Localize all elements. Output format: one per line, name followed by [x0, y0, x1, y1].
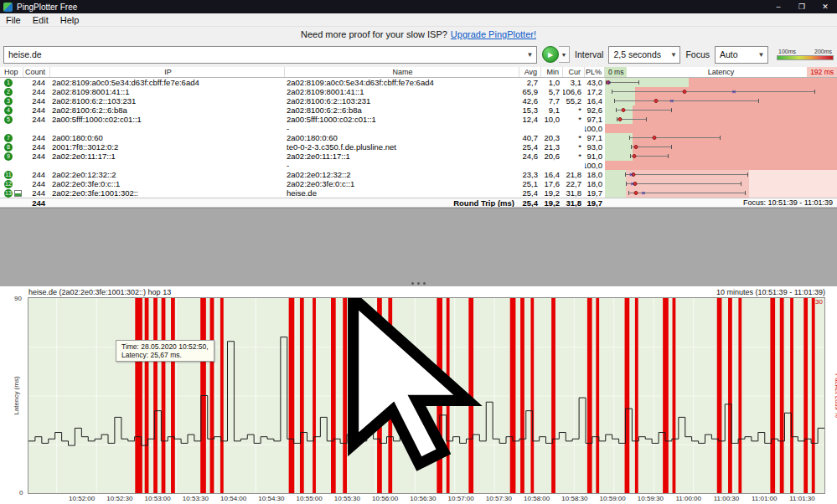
latency-graph-cell: × — [605, 188, 837, 198]
minimize-button[interactable]: – — [767, 0, 790, 13]
hop-cell — [0, 124, 23, 133]
hop-number-badge: 2 — [4, 88, 13, 96]
latency-bg-segment — [749, 179, 837, 188]
table-row[interactable]: 12442a02:8109:a0c0:5e34:d63f:cbff:fe7e:6… — [0, 78, 837, 87]
latency-graph-cell: × — [605, 78, 837, 87]
table-row[interactable]: 112442a02:2e0:12:32::22a02:2e0:12:32::22… — [0, 170, 837, 179]
pl-cell: 100,0 — [585, 124, 605, 133]
latency-current-x: × — [731, 88, 736, 96]
table-row[interactable]: 72442a00:180:0:602a00:180:0:6040,720,3*9… — [0, 133, 837, 142]
trace-options-dropdown[interactable]: ▼ — [559, 46, 570, 63]
header-count[interactable]: Count — [23, 67, 50, 77]
avg-cell: 25,1 — [519, 179, 541, 188]
min-cell: 16,4 — [541, 170, 563, 179]
hop-cell: 5 — [0, 115, 23, 124]
chevron-down-icon[interactable]: ▼ — [667, 51, 679, 59]
latency-bg-segment — [605, 133, 633, 142]
latency-minmax-tick — [646, 117, 647, 121]
focus-select[interactable]: Auto ▼ — [715, 46, 768, 64]
close-button[interactable]: ✕ — [814, 0, 837, 13]
chevron-down-icon[interactable]: ▼ — [524, 51, 536, 59]
header-hop[interactable]: Hop — [0, 67, 23, 77]
time-axis-label: 10:57:00 — [448, 495, 474, 502]
header-pl[interactable]: PL% — [585, 67, 605, 77]
interval-value: 2,5 seconds — [613, 49, 661, 59]
hop-cell: 4 — [0, 105, 23, 115]
header-latency[interactable]: 0 ms Latency 192 ms — [605, 67, 837, 77]
table-row[interactable]: 52442a00:5fff:1000:c02:c01::12a00:5fff:1… — [0, 115, 837, 124]
latency-current-x: × — [642, 189, 646, 198]
time-axis-label: 10:55:30 — [334, 495, 360, 502]
latency-color-legend: 100ms 200ms — [777, 49, 834, 60]
min-cell: 17,6 — [541, 179, 563, 188]
time-axis-label: 11:00:30 — [714, 495, 740, 502]
table-row[interactable]: 132442a02:2e0:3fe:1001:302::heise.de25,4… — [0, 188, 837, 198]
interval-select[interactable]: 2,5 seconds ▼ — [608, 46, 680, 64]
pl-cell: 17,2 — [585, 87, 605, 96]
time-axis-label: 10:58:30 — [561, 495, 587, 502]
table-row[interactable]: 92442a02:2e0:11:17::12a02:2e0:11:17::124… — [0, 152, 837, 161]
header-name[interactable]: Name — [285, 67, 519, 77]
ip-cell: 2a02:8109:8001:41::1 — [50, 87, 285, 96]
latency-graph-cell — [605, 115, 837, 124]
timeline-target-title: heise.de (2a02:2e0:3fe:1001:302::) hop 1… — [28, 288, 171, 296]
upgrade-link[interactable]: Upgrade PingPlotter! — [451, 29, 536, 39]
cur-cell — [563, 124, 585, 133]
latency-graph-cell — [605, 152, 837, 161]
menu-item-file[interactable]: File — [0, 13, 27, 26]
round-trip-row[interactable]: 244 Round Trip (ms) 25,4 19,2 31,8 19,7 … — [0, 198, 837, 208]
table-row[interactable]: 32442a02:8100:6:2::103:2312a02:8100:6:2:… — [0, 96, 837, 105]
header-cur[interactable]: Cur — [563, 67, 585, 77]
table-row[interactable]: 82442001:7f8::3012:0:2te0-0-2-3.c350.f.d… — [0, 142, 837, 152]
header-min[interactable]: Min — [541, 67, 563, 77]
app-window: PingPlotter Free – ❐ ✕ FileEditHelp Need… — [0, 0, 837, 504]
count-cell: 244 — [23, 152, 50, 161]
header-avg[interactable]: Avg — [519, 67, 541, 77]
ip-cell — [50, 124, 285, 133]
ip-cell: 2a02:2e0:3fe:0:c::1 — [50, 179, 285, 188]
latency-bg-segment — [633, 115, 837, 124]
hop-number-badge: 13 — [4, 189, 13, 198]
menu-item-help[interactable]: Help — [54, 13, 85, 26]
latency-avg-dot — [617, 117, 622, 121]
start-trace-button[interactable]: ▶ — [542, 46, 559, 63]
header-ip[interactable]: IP — [50, 67, 285, 77]
packet-loss-axis-title: Packet Loss % — [834, 370, 837, 420]
latency-bg-segment — [605, 124, 837, 133]
table-row[interactable]: -100,0 — [0, 161, 837, 170]
table-row[interactable]: 122442a02:2e0:3fe:0:c::12a02:2e0:3fe:0:c… — [0, 179, 837, 188]
table-row[interactable]: -100,0 — [0, 124, 837, 133]
cur-cell: 106,6 — [563, 87, 585, 96]
cur-cell: * — [563, 142, 585, 152]
cur-cell: * — [563, 115, 585, 124]
pane-splitter-handle[interactable] — [0, 280, 837, 286]
latency-minmax-tick — [612, 90, 612, 94]
min-cell: 21,3 — [541, 142, 563, 152]
latency-avg-dot — [654, 99, 659, 103]
cur-cell — [563, 161, 585, 170]
timeline-graph[interactable]: 30 Time: 28.05.2020 10:52:50, Latency: 2… — [28, 297, 825, 494]
latency-current-x: × — [630, 180, 634, 188]
name-cell: 2a02:2e0:3fe:0:c::1 — [285, 179, 519, 188]
pl-cell: 16,4 — [585, 96, 605, 105]
table-row[interactable]: 22442a02:8109:8001:41::12a02:8109:8001:4… — [0, 87, 837, 96]
pl-cell: 18,0 — [585, 170, 605, 179]
latency-current-x: × — [629, 171, 633, 179]
pl-cell: 93,0 — [585, 142, 605, 152]
latency-graph-cell — [605, 161, 837, 170]
table-row[interactable]: 42442a02:8100:6:2::6:b8a2a02:8100:6:2::6… — [0, 105, 837, 115]
rt-avg: 25,4 — [519, 198, 541, 207]
latency-bg-segment — [749, 188, 837, 198]
menu-item-edit[interactable]: Edit — [27, 13, 54, 26]
maximize-button[interactable]: ❐ — [790, 0, 814, 13]
latency-minmax-tick — [630, 154, 631, 158]
chevron-down-icon[interactable]: ▼ — [755, 51, 767, 59]
target-combobox[interactable]: heise.de ▼ — [3, 46, 537, 64]
latency-range-line — [628, 193, 746, 193]
avg-cell: 65,9 — [519, 87, 541, 96]
latency-minmax-tick — [631, 145, 632, 149]
time-axis-label: 10:52:00 — [69, 495, 95, 502]
latency-range-line — [606, 82, 638, 83]
latency-minmax-tick — [626, 182, 627, 186]
timeline-range-label: 10 minutes (10:51:39 - 11:01:39) — [716, 288, 825, 296]
